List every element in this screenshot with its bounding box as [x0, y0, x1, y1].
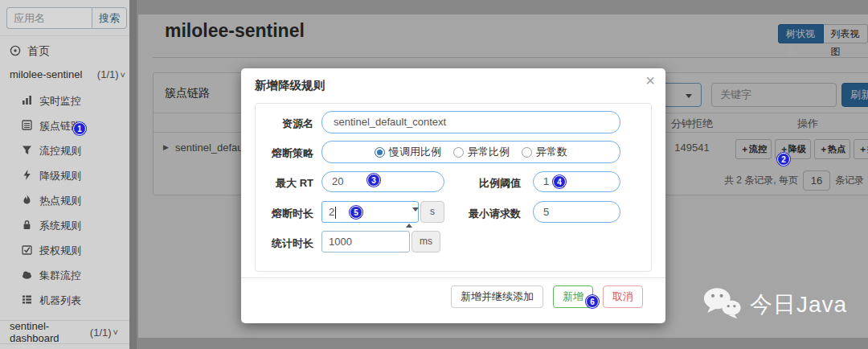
radio-error-count[interactable]: 异常数 [522, 145, 567, 159]
modal-title: 新增降级规则 [255, 78, 325, 93]
duration-number-input[interactable]: 2 [321, 201, 419, 223]
wechat-icon [702, 286, 743, 323]
radio-label: 异常比例 [468, 145, 510, 159]
radio-selected-icon [375, 147, 385, 158]
strategy-label: 熔断策略 [257, 146, 313, 161]
cancel-button[interactable]: 取消 [603, 285, 643, 308]
stat-window-unit-addon: ms [411, 231, 440, 253]
resource-label: 资源名 [257, 117, 313, 131]
ratio-label: 比例阈值 [465, 176, 521, 191]
modal-backdrop-sidebar [0, 0, 137, 349]
radio-unselected-icon [522, 147, 532, 158]
min-request-input[interactable]: 5 [533, 201, 620, 223]
number-spinner-icon[interactable] [406, 207, 413, 228]
radio-unselected-icon [453, 147, 464, 158]
annotation-badge-4: 4 [553, 175, 566, 188]
duration-label: 熔断时长 [257, 207, 313, 221]
min-request-label: 最小请求数 [458, 207, 521, 221]
stat-window-label: 统计时长 [257, 236, 313, 251]
close-icon[interactable]: × [645, 72, 655, 88]
max-rt-input[interactable]: 20 [321, 171, 444, 192]
watermark-text: 今日Java [750, 289, 847, 320]
annotation-badge-6: 6 [586, 295, 599, 308]
radio-label: 异常数 [536, 145, 567, 159]
strategy-radio-group: 慢调用比例 异常比例 异常数 [321, 141, 620, 163]
annotation-badge-5: 5 [350, 206, 362, 219]
radio-slow-call-ratio[interactable]: 慢调用比例 [375, 145, 441, 159]
duration-unit-addon: s [420, 201, 444, 223]
annotation-badge-2: 2 [777, 153, 790, 166]
resource-input[interactable]: sentinel_default_context [321, 111, 620, 133]
add-and-continue-button[interactable]: 新增并继续添加 [451, 285, 543, 308]
add-degrade-rule-modal: 新增降级规则 × 资源名 sentinel_default_context 熔断… [241, 68, 665, 323]
modal-footer-divider [241, 277, 665, 278]
stat-window-input[interactable]: 1000 [321, 231, 410, 253]
radio-error-ratio[interactable]: 异常比例 [453, 145, 510, 159]
modal-footer: 新增并继续添加 新增 取消 [451, 285, 643, 308]
annotation-badge-1: 1 [73, 122, 86, 135]
ratio-input[interactable]: 1 [533, 171, 620, 192]
max-rt-label: 最大 RT [257, 176, 313, 191]
annotation-badge-3: 3 [367, 174, 380, 187]
watermark: 今日Java [702, 286, 847, 323]
radio-label: 慢调用比例 [389, 145, 441, 159]
duration-value: 2 [329, 206, 334, 218]
text-cursor [335, 207, 336, 219]
